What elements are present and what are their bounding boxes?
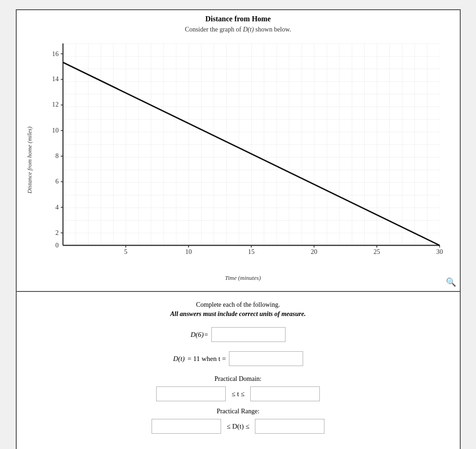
range-left-input[interactable] [152, 419, 221, 434]
practical-domain-label: Practical Domain: [31, 375, 446, 383]
svg-text:0: 0 [55, 241, 58, 249]
graph-section: Distance from Home Consider the graph of… [17, 10, 460, 292]
svg-text:30: 30 [436, 248, 443, 255]
svg-rect-1 [63, 44, 439, 246]
svg-text:4: 4 [55, 203, 58, 211]
svg-text:5: 5 [124, 248, 127, 255]
range-row: ≤ D(t) ≤ [31, 419, 446, 434]
domain-row: ≤ t ≤ [31, 386, 446, 401]
graph-area: Distance from home (miles) [26, 38, 451, 282]
q2-label-eq: = 11 when t = [187, 355, 226, 363]
questions-intro: Complete each of the following. All answ… [31, 301, 446, 318]
range-right-input[interactable] [255, 419, 324, 434]
svg-text:2: 2 [55, 229, 58, 236]
main-container: Distance from Home Consider the graph of… [16, 9, 461, 449]
domain-right-input[interactable] [250, 386, 320, 401]
q2-row: D(t) = 11 when t = [31, 351, 446, 366]
q1-row: D(6)= [31, 327, 446, 342]
svg-text:14: 14 [52, 75, 58, 82]
questions-section: Complete each of the following. All answ… [17, 292, 460, 449]
q2-label-func: D(t) [173, 355, 184, 363]
chart-svg: 0 2 4 6 8 10 12 14 16 [36, 38, 451, 272]
subtitle-text-after: shown below. [254, 26, 291, 33]
svg-text:12: 12 [52, 101, 58, 108]
x-axis-label: Time (minutes) [36, 274, 451, 282]
svg-text:20: 20 [311, 248, 317, 255]
svg-text:6: 6 [55, 177, 58, 185]
y-axis-label: Distance from home (miles) [26, 38, 33, 282]
graph-subtitle: Consider the graph of D(t) shown below. [26, 26, 451, 33]
chart-container: 0 2 4 6 8 10 12 14 16 [36, 38, 451, 282]
zoom-icon[interactable]: 🔍 [446, 277, 456, 287]
range-symbol: ≤ D(t) ≤ [227, 423, 249, 430]
intro-line1: Complete each of the following. [31, 301, 446, 309]
q1-input[interactable] [211, 327, 286, 342]
domain-left-input[interactable] [156, 386, 226, 401]
subtitle-text-before: Consider the graph of [185, 26, 243, 33]
svg-text:25: 25 [373, 248, 380, 255]
svg-text:15: 15 [248, 248, 254, 255]
svg-text:8: 8 [55, 152, 58, 159]
svg-text:16: 16 [52, 50, 58, 57]
svg-text:10: 10 [52, 126, 58, 134]
q1-label: D(6)= [190, 331, 208, 339]
subtitle-func: D(t) [243, 26, 254, 33]
practical-range-label: Practical Range: [31, 408, 446, 415]
domain-symbol: ≤ t ≤ [231, 390, 244, 398]
q2-input[interactable] [229, 351, 303, 366]
svg-text:10: 10 [185, 248, 191, 255]
graph-title: Distance from Home [26, 15, 451, 23]
intro-line2: All answers must include correct units o… [31, 310, 446, 318]
